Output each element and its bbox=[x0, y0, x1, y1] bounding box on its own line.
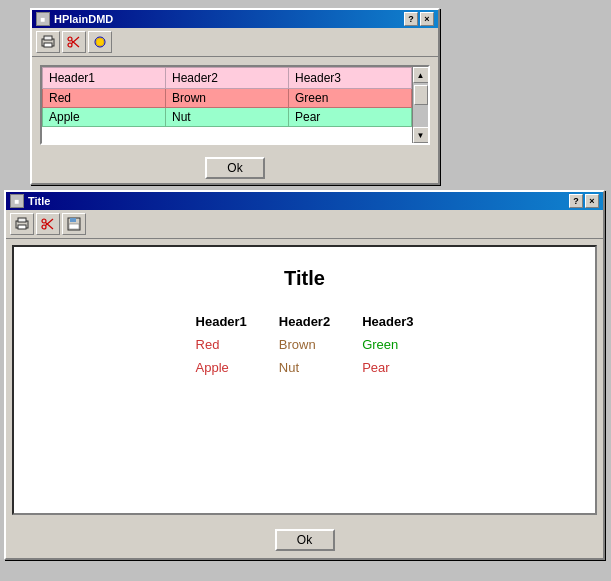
target-icon bbox=[93, 35, 107, 49]
svg-line-5 bbox=[72, 37, 80, 44]
printer-icon bbox=[41, 35, 55, 49]
svg-point-4 bbox=[68, 37, 72, 41]
save-icon bbox=[67, 217, 81, 231]
cell-pear-bottom: Pear bbox=[346, 356, 429, 379]
svg-point-14 bbox=[42, 225, 46, 229]
svg-line-16 bbox=[46, 219, 54, 226]
top-toolbar bbox=[32, 28, 438, 57]
print-button-bottom[interactable] bbox=[10, 213, 34, 235]
top-table-inner: Header1 Header2 Header3 Red Brown Green … bbox=[42, 67, 412, 127]
target-button-top[interactable] bbox=[88, 31, 112, 53]
top-table: Header1 Header2 Header3 Red Brown Green … bbox=[42, 67, 412, 127]
cell-nut: Nut bbox=[166, 108, 289, 127]
title-bar-left: ■ HPlainDMD bbox=[36, 12, 113, 26]
cut-button-top[interactable] bbox=[62, 31, 86, 53]
top-header1: Header1 bbox=[43, 68, 166, 89]
bottom-window-title: Title bbox=[28, 195, 50, 207]
top-header3: Header3 bbox=[289, 68, 412, 89]
top-table-container: Header1 Header2 Header3 Red Brown Green … bbox=[40, 65, 430, 145]
svg-line-6 bbox=[72, 41, 80, 48]
main-title: Title bbox=[284, 267, 325, 290]
help-button-bottom[interactable]: ? bbox=[569, 194, 583, 208]
top-content: Header1 Header2 Header3 Red Brown Green … bbox=[32, 57, 438, 153]
bottom-toolbar bbox=[6, 210, 603, 239]
save-button-bottom[interactable] bbox=[62, 213, 86, 235]
bottom-window-icon: ■ bbox=[10, 194, 24, 208]
top-ok-button[interactable]: Ok bbox=[205, 157, 265, 179]
cell-pear: Pear bbox=[289, 108, 412, 127]
bottom-ok-bar: Ok bbox=[6, 521, 603, 559]
scroll-thumb[interactable] bbox=[414, 85, 428, 105]
scissors-button-bottom[interactable] bbox=[36, 213, 60, 235]
bottom-table: Header1 Header2 Header3 Red Brown Green … bbox=[180, 310, 430, 379]
main-display-area: Title Header1 Header2 Header3 Red Brown … bbox=[12, 245, 597, 515]
cell-red-bottom: Red bbox=[180, 333, 263, 356]
help-button-top[interactable]: ? bbox=[404, 12, 418, 26]
close-button-top[interactable]: × bbox=[420, 12, 434, 26]
top-window-title: HPlainDMD bbox=[54, 13, 113, 25]
svg-rect-1 bbox=[44, 36, 52, 40]
cell-brown: Brown bbox=[166, 89, 289, 108]
svg-rect-12 bbox=[18, 218, 26, 222]
top-header2: Header2 bbox=[166, 68, 289, 89]
scroll-up-btn[interactable]: ▲ bbox=[413, 67, 429, 83]
close-button-bottom[interactable]: × bbox=[585, 194, 599, 208]
table-row: Red Brown Green bbox=[43, 89, 412, 108]
svg-rect-19 bbox=[70, 218, 76, 222]
scroll-track bbox=[413, 83, 428, 127]
bottom-header1: Header1 bbox=[180, 310, 263, 333]
svg-point-15 bbox=[42, 219, 46, 223]
print-button-top[interactable] bbox=[36, 31, 60, 53]
table-row: Apple Nut Pear bbox=[43, 108, 412, 127]
bottom-window: ■ Title ? × bbox=[4, 190, 605, 560]
printer-icon-bottom bbox=[15, 217, 29, 231]
top-ok-bar: Ok bbox=[32, 153, 438, 183]
scroll-down-btn[interactable]: ▼ bbox=[413, 127, 429, 143]
svg-rect-13 bbox=[18, 225, 26, 229]
svg-rect-20 bbox=[69, 224, 79, 229]
bottom-header2: Header2 bbox=[263, 310, 346, 333]
cell-green-bottom: Green bbox=[346, 333, 429, 356]
bottom-content: Title Header1 Header2 Header3 Red Brown … bbox=[6, 239, 603, 521]
scissors-icon-bottom bbox=[41, 217, 55, 231]
cell-apple: Apple bbox=[43, 108, 166, 127]
cell-brown-bottom: Brown bbox=[263, 333, 346, 356]
scrollbar[interactable]: ▲ ▼ bbox=[412, 67, 428, 143]
table-row: Red Brown Green bbox=[180, 333, 430, 356]
cell-green: Green bbox=[289, 89, 412, 108]
cell-nut-bottom: Nut bbox=[263, 356, 346, 379]
bottom-header3: Header3 bbox=[346, 310, 429, 333]
bottom-title-bar-buttons: ? × bbox=[569, 194, 599, 208]
scissors-icon bbox=[67, 35, 81, 49]
top-window-icon: ■ bbox=[36, 12, 50, 26]
bottom-title-bar: ■ Title ? × bbox=[6, 192, 603, 210]
bottom-title-bar-left: ■ Title bbox=[10, 194, 50, 208]
table-row: Apple Nut Pear bbox=[180, 356, 430, 379]
top-title-bar: ■ HPlainDMD ? × bbox=[32, 10, 438, 28]
svg-point-10 bbox=[98, 40, 102, 44]
bottom-ok-button[interactable]: Ok bbox=[275, 529, 335, 551]
svg-line-17 bbox=[46, 223, 54, 230]
cell-apple-bottom: Apple bbox=[180, 356, 263, 379]
svg-rect-2 bbox=[44, 43, 52, 47]
cell-red: Red bbox=[43, 89, 166, 108]
svg-point-3 bbox=[68, 43, 72, 47]
title-bar-buttons: ? × bbox=[404, 12, 434, 26]
top-window: ■ HPlainDMD ? × bbox=[30, 8, 440, 185]
